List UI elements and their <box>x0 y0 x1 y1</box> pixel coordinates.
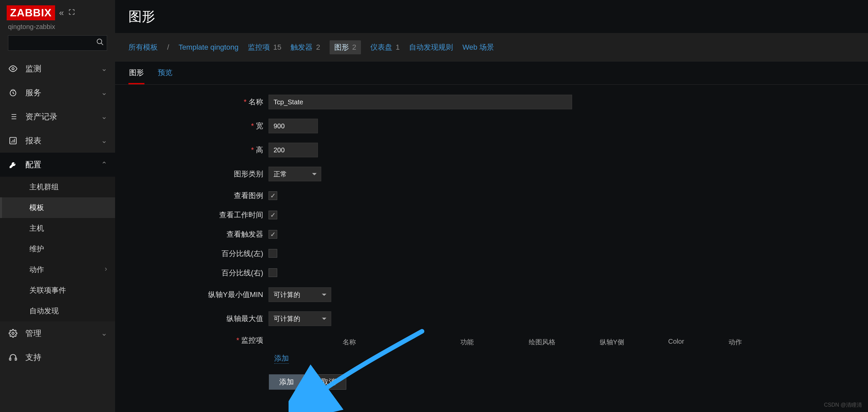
nav: 监测 ⌄ 服务 ⌄ 资产记录 ⌄ 报表 ⌄ 配置 ⌃ <box>0 57 115 369</box>
label-name: *名称 <box>128 97 269 107</box>
gear-icon <box>8 329 18 338</box>
main: 图形 所有模板 / Template qingtong 监控项 15 触发器 2… <box>115 0 868 412</box>
chevron-down-icon: ⌄ <box>101 112 107 121</box>
checkbox-legend[interactable] <box>269 191 277 200</box>
breadcrumb-root[interactable]: 所有模板 <box>128 42 158 52</box>
select-ymax[interactable]: 可计算的 <box>269 311 331 326</box>
label-ymax: 纵轴最大值 <box>128 314 269 324</box>
subnav-correlation[interactable]: 关联项事件 <box>0 280 115 301</box>
label-items: *监控项 <box>128 335 269 345</box>
label-width: *宽 <box>128 121 269 131</box>
label-height: *高 <box>128 145 269 155</box>
svg-line-1 <box>101 43 103 45</box>
subnav-maintenance[interactable]: 维护 <box>0 239 115 259</box>
logo[interactable]: ZABBIX <box>7 5 55 20</box>
select-ymin[interactable]: 可计算的 <box>269 287 331 302</box>
app-root: ZABBIX « qingtong-zabbix 监测 ⌄ 服务 <box>0 0 868 412</box>
eye-icon <box>8 64 18 73</box>
bc-web[interactable]: Web 场景 <box>462 42 494 52</box>
search-input[interactable] <box>12 39 96 47</box>
nav-monitoring[interactable]: 监测 ⌄ <box>0 57 115 81</box>
label-legend: 查看图例 <box>128 191 269 201</box>
checkbox-worktime[interactable] <box>269 211 277 219</box>
nav-label: 监测 <box>25 63 94 74</box>
chevron-down-icon: ⌄ <box>101 64 107 73</box>
tab-graph[interactable]: 图形 <box>128 62 145 84</box>
label-triggers: 查看触发器 <box>128 229 269 239</box>
sidebar: ZABBIX « qingtong-zabbix 监测 ⌄ 服务 <box>0 0 115 412</box>
add-button[interactable]: 添加 <box>269 374 304 390</box>
search-box[interactable] <box>8 35 107 51</box>
chevron-down-icon: ⌄ <box>101 329 107 338</box>
search-icon[interactable] <box>96 38 104 48</box>
col-yaxis: 纵轴Y侧 <box>580 338 644 347</box>
nav-support[interactable]: 支持 <box>0 345 115 369</box>
clock-icon <box>8 88 18 97</box>
subnav-hostgroups[interactable]: 主机群组 <box>0 177 115 197</box>
nav-label: 支持 <box>25 352 107 363</box>
chart-icon <box>8 136 18 145</box>
label-type: 图形类别 <box>128 169 269 179</box>
form-area: *名称 *宽 *高 图形类别 正常 查看图例 查看工作时间 <box>115 85 868 409</box>
add-item-link[interactable]: 添加 <box>274 353 289 364</box>
input-name[interactable] <box>269 95 572 109</box>
subnav-templates[interactable]: 模板 <box>0 197 115 218</box>
nav-label: 服务 <box>25 87 94 98</box>
nav-inventory[interactable]: 资产记录 ⌄ <box>0 105 115 129</box>
select-type[interactable]: 正常 <box>269 167 321 181</box>
items-table: 名称 功能 绘图风格 纵轴Y侧 Color 动作 添加 添加 取消 <box>269 335 762 390</box>
svg-point-2 <box>12 68 14 70</box>
nav-admin[interactable]: 管理 ⌄ <box>0 321 115 345</box>
nav-label: 报表 <box>25 135 94 146</box>
tab-preview[interactable]: 预览 <box>157 62 173 84</box>
nav-services[interactable]: 服务 ⌄ <box>0 81 115 105</box>
input-height[interactable] <box>269 143 318 157</box>
nav-label: 资产记录 <box>25 111 94 122</box>
subnav-configuration: 主机群组 模板 主机 维护 动作› 关联项事件 自动发现 <box>0 177 115 321</box>
headset-icon <box>8 353 18 362</box>
bc-graphs[interactable]: 图形 2 <box>330 40 361 54</box>
chevron-up-icon: ⌃ <box>101 160 107 169</box>
col-color: Color <box>644 338 709 347</box>
chevron-right-icon: › <box>105 265 107 273</box>
checkbox-pct-left[interactable] <box>269 249 277 258</box>
subnav-hosts[interactable]: 主机 <box>0 218 115 239</box>
chevron-down-icon: ⌄ <box>101 136 107 145</box>
checkbox-pct-right[interactable] <box>269 268 277 277</box>
nav-label: 管理 <box>25 328 94 339</box>
nav-configuration[interactable]: 配置 ⌃ <box>0 153 115 177</box>
col-name: 名称 <box>269 338 430 347</box>
svg-point-0 <box>97 39 102 44</box>
label-pct-left: 百分比线(左) <box>128 249 269 259</box>
bc-items[interactable]: 监控项 15 <box>248 42 281 52</box>
nav-reports[interactable]: 报表 ⌄ <box>0 129 115 153</box>
watermark: CSDN @清瞳清 <box>824 402 862 409</box>
list-icon <box>8 112 18 121</box>
subnav-discovery[interactable]: 自动发现 <box>0 301 115 321</box>
subnav-actions[interactable]: 动作› <box>0 259 115 280</box>
breadcrumb-template[interactable]: Template qingtong <box>179 43 239 52</box>
bc-discovery[interactable]: 自动发现规则 <box>409 42 453 52</box>
fullscreen-icon[interactable] <box>68 8 75 18</box>
search-wrap <box>0 35 115 57</box>
items-header-row: 名称 功能 绘图风格 纵轴Y侧 Color 动作 <box>269 336 762 353</box>
checkbox-triggers[interactable] <box>269 230 277 239</box>
cancel-button[interactable]: 取消 <box>311 374 346 390</box>
col-action: 动作 <box>708 338 762 347</box>
label-worktime: 查看工作时间 <box>128 210 269 220</box>
button-row: 添加 取消 <box>269 374 762 390</box>
nav-label: 配置 <box>25 159 94 170</box>
breadcrumb-sep: / <box>167 43 169 52</box>
wrench-icon <box>8 160 18 169</box>
bc-triggers[interactable]: 触发器 2 <box>290 42 320 52</box>
input-width[interactable] <box>269 119 318 133</box>
svg-point-5 <box>12 332 14 335</box>
col-func: 功能 <box>430 338 505 347</box>
chevron-down-icon: ⌄ <box>101 88 107 97</box>
form-tabs: 图形 预览 <box>115 62 868 85</box>
collapse-sidebar-icon[interactable]: « <box>59 8 64 18</box>
bc-dashboards[interactable]: 仪表盘 1 <box>370 42 400 52</box>
label-ymin: 纵轴Y最小值MIN <box>128 290 269 300</box>
page-title: 图形 <box>115 0 868 33</box>
col-draw: 绘图风格 <box>505 338 580 347</box>
